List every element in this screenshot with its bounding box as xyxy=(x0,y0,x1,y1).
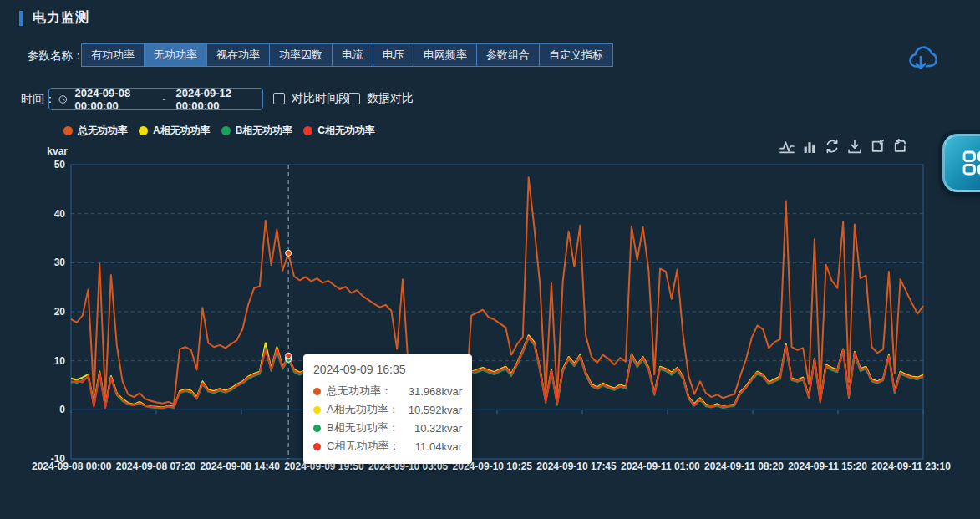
tab-param-8[interactable]: 自定义指标 xyxy=(539,44,612,66)
tab-param-7[interactable]: 参数组合 xyxy=(476,44,539,66)
page-header: 电力监测 xyxy=(19,9,89,27)
compare-period-option[interactable]: 对比时间段 xyxy=(273,91,350,106)
tooltip-label: 总无功功率： xyxy=(327,384,392,399)
legend-label: 总无功功率 xyxy=(78,124,128,138)
compare-period-checkbox[interactable] xyxy=(273,93,285,104)
x-tick-label: 2024-09-11 23:10 xyxy=(871,460,951,472)
legend-label: C相无功功率 xyxy=(317,124,375,138)
legend-dot-icon xyxy=(139,126,148,135)
svg-text:0: 0 xyxy=(59,404,65,415)
legend-item-2[interactable]: B相无功功率 xyxy=(221,124,293,138)
start-date[interactable]: 2024-09-08 00:00:00 xyxy=(75,87,153,112)
tooltip-dot-icon xyxy=(313,406,321,414)
date-separator: - xyxy=(162,93,165,105)
param-name-label: 参数名称： xyxy=(28,48,84,64)
param-tabs: 有功功率无功功率视在功率功率因数电流电压电网频率参数组合自定义指标 xyxy=(81,43,613,67)
svg-text:10: 10 xyxy=(54,355,66,367)
tab-param-6[interactable]: 电网频率 xyxy=(414,44,476,66)
legend-dot-icon xyxy=(63,126,73,135)
x-tick-label: 2024-09-11 15:20 xyxy=(788,460,867,472)
svg-text:50: 50 xyxy=(54,159,66,170)
tooltip-label: A相无功功率： xyxy=(327,402,399,417)
data-compare-option[interactable]: 数据对比 xyxy=(348,91,414,106)
legend-item-0[interactable]: 总无功功率 xyxy=(63,124,128,138)
tab-param-5[interactable]: 电压 xyxy=(373,44,414,66)
clock-icon xyxy=(58,94,68,105)
title-accent-bar xyxy=(19,11,23,26)
tooltip-row: 总无功功率：31.968kvar xyxy=(313,382,462,400)
end-date[interactable]: 2024-09-12 00:00:00 xyxy=(175,87,253,112)
svg-text:40: 40 xyxy=(54,208,66,220)
legend-label: B相无功功率 xyxy=(236,124,293,138)
x-tick-label: 2024-09-08 14:40 xyxy=(200,460,279,472)
grid-icon xyxy=(962,150,980,176)
tooltip-dot-icon xyxy=(313,388,321,395)
legend-label: A相无功功率 xyxy=(153,124,211,138)
x-tick-label: 2024-09-11 08:20 xyxy=(704,460,784,472)
tab-param-2[interactable]: 视在功率 xyxy=(206,44,269,66)
x-tick-label: 2024-09-11 01:00 xyxy=(621,460,700,472)
chart-legend: 总无功功率A相无功功率B相无功功率C相无功功率 xyxy=(63,124,375,138)
tooltip-value: 10.32kvar xyxy=(414,422,462,435)
reactive-power-chart[interactable]: 50403020100-10kvar xyxy=(0,138,980,489)
legend-item-3[interactable]: C相无功功率 xyxy=(303,124,375,138)
date-range-input[interactable]: 2024-09-08 00:00:00 - 2024-09-12 00:00:0… xyxy=(48,88,263,110)
svg-text:kvar: kvar xyxy=(47,145,68,157)
tooltip-row: C相无功功率：11.04kvar xyxy=(313,437,462,455)
tab-param-1[interactable]: 无功功率 xyxy=(144,44,206,66)
tooltip-label: B相无功功率： xyxy=(327,420,399,435)
x-tick-label: 2024-09-08 00:00 xyxy=(32,460,111,472)
legend-item-1[interactable]: A相无功功率 xyxy=(139,124,211,138)
x-axis-labels: 2024-09-08 00:002024-09-08 07:202024-09-… xyxy=(32,460,951,472)
tab-param-3[interactable]: 功率因数 xyxy=(269,44,332,66)
x-tick-label: 2024-09-10 17:45 xyxy=(536,460,616,472)
cloud-download-icon[interactable] xyxy=(906,42,940,75)
tooltip-value: 10.592kvar xyxy=(409,404,462,416)
widget-grid-button[interactable] xyxy=(942,134,980,192)
tooltip-row: A相无功功率：10.592kvar xyxy=(313,400,462,419)
tab-param-4[interactable]: 电流 xyxy=(332,44,373,66)
tooltip-value: 31.968kvar xyxy=(409,385,462,398)
legend-dot-icon xyxy=(303,126,312,135)
tooltip-value: 11.04kvar xyxy=(415,440,462,453)
tab-param-0[interactable]: 有功功率 xyxy=(82,44,144,66)
x-tick-label: 2024-09-08 07:20 xyxy=(116,460,195,472)
tooltip-time: 2024-09-09 16:35 xyxy=(313,363,462,376)
tooltip-row: B相无功功率：10.32kvar xyxy=(313,419,462,437)
svg-text:20: 20 xyxy=(54,306,66,318)
compare-period-label: 对比时间段 xyxy=(292,91,350,106)
legend-dot-icon xyxy=(221,126,231,135)
tooltip-label: C相无功功率： xyxy=(327,439,399,454)
svg-text:30: 30 xyxy=(54,257,66,268)
data-compare-checkbox[interactable] xyxy=(348,93,360,104)
page-title: 电力监测 xyxy=(33,9,89,27)
chart-tooltip: 2024-09-09 16:35 总无功功率：31.968kvarA相无功功率：… xyxy=(303,354,472,464)
data-compare-label: 数据对比 xyxy=(367,91,414,106)
tooltip-dot-icon xyxy=(313,425,321,432)
tooltip-dot-icon xyxy=(313,443,321,450)
